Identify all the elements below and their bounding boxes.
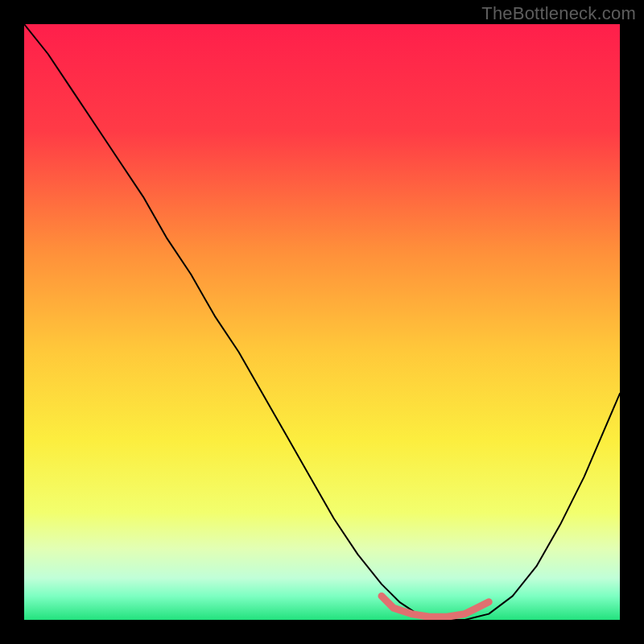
bottleneck-chart — [24, 24, 620, 620]
gradient-background — [24, 24, 620, 620]
plot-area — [24, 24, 620, 620]
chart-frame: TheBottleneck.com — [0, 0, 644, 644]
watermark-text: TheBottleneck.com — [481, 3, 636, 24]
